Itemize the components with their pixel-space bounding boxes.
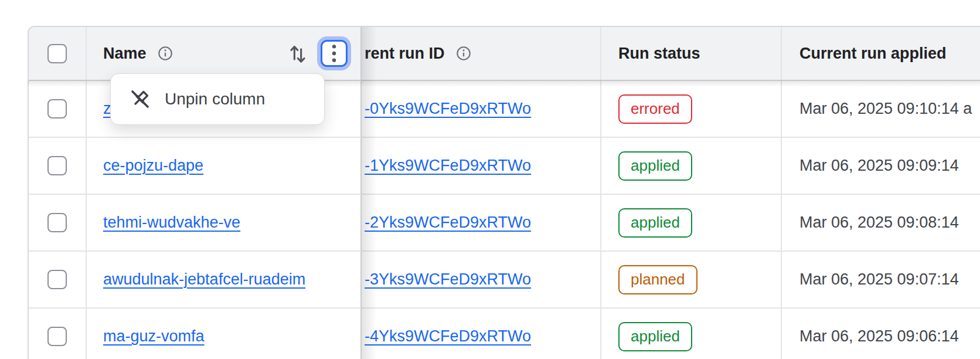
table-row: tehmi-wudvakhe-ve -2Yks9WCFeD9xRTWo appl… [29, 195, 980, 252]
kebab-icon [331, 44, 337, 63]
status-cell: applied [601, 309, 782, 359]
select-all-cell [29, 27, 87, 80]
status-cell: applied [601, 195, 782, 252]
status-cell: applied [601, 138, 782, 195]
status-cell: planned [601, 252, 782, 309]
column-menu-dropdown: Unpin column [110, 73, 325, 125]
applied-cell: Mar 06, 2025 09:07:14 [782, 252, 980, 309]
run-id-cell: -0Yks9WCFeD9xRTWo [362, 81, 601, 138]
run-applied-column-label: Current run applied [799, 45, 947, 63]
workspace-name-link[interactable]: ce-pojzu-dape [103, 157, 203, 175]
run-id-column-label: rent run ID [365, 45, 445, 63]
name-cell: ce-pojzu-dape [87, 138, 362, 195]
run-applied-timestamp: Mar 06, 2025 09:07:14 [799, 270, 959, 289]
name-cell: ma-guz-vomfa [87, 309, 362, 359]
row-checkbox[interactable] [47, 156, 67, 175]
applied-cell: Mar 06, 2025 09:09:14 [782, 138, 980, 195]
run-id-cell: -3Yks9WCFeD9xRTWo [362, 252, 601, 309]
run-id-info-icon[interactable] [455, 45, 472, 62]
run-status-column-label: Run status [618, 45, 700, 63]
run-id-link[interactable]: -2Yks9WCFeD9xRTWo [365, 214, 531, 232]
table-row: ma-guz-vomfa -4Yks9WCFeD9xRTWo applied M… [29, 309, 980, 359]
name-column-header: Name [87, 27, 362, 80]
run-applied-timestamp: Mar 06, 2025 09:10:14 a [799, 100, 972, 118]
workspaces-table-region: Name [0, 0, 980, 359]
row-checkbox[interactable] [47, 213, 67, 232]
run-id-cell: -2Yks9WCFeD9xRTWo [362, 195, 601, 252]
workspace-name-link[interactable]: ma-guz-vomfa [103, 327, 205, 346]
select-all-checkbox[interactable] [47, 44, 67, 63]
run-id-link[interactable]: -3Yks9WCFeD9xRTWo [365, 270, 531, 289]
status-badge: applied [618, 151, 692, 181]
run-applied-timestamp: Mar 06, 2025 09:06:14 [799, 327, 959, 346]
status-badge: planned [618, 265, 697, 294]
name-info-icon[interactable] [157, 45, 173, 62]
applied-cell: Mar 06, 2025 09:10:14 a [782, 81, 980, 138]
table-row: ce-pojzu-dape -1Yks9WCFeD9xRTWo applied … [29, 138, 980, 195]
select-cell [29, 309, 87, 359]
select-cell [29, 195, 87, 252]
run-applied-column-header: Current run applied [782, 27, 980, 80]
unpin-icon [128, 87, 152, 111]
workspace-name-link[interactable]: awudulnak-jebtafcel-ruadeim [103, 270, 305, 289]
run-id-column-header: rent run ID [362, 27, 601, 80]
row-checkbox[interactable] [47, 270, 67, 289]
row-checkbox[interactable] [47, 99, 67, 118]
run-id-link[interactable]: -4Yks9WCFeD9xRTWo [365, 327, 531, 346]
menu-item-unpin-column[interactable]: Unpin column [128, 87, 265, 111]
name-cell: awudulnak-jebtafcel-ruadeim [87, 252, 362, 309]
run-id-link[interactable]: -0Yks9WCFeD9xRTWo [365, 100, 531, 118]
run-id-link[interactable]: -1Yks9WCFeD9xRTWo [365, 157, 531, 175]
run-status-column-header: Run status [601, 27, 782, 80]
name-cell: tehmi-wudvakhe-ve [87, 195, 362, 252]
run-id-cell: -4Yks9WCFeD9xRTWo [362, 309, 601, 359]
applied-cell: Mar 06, 2025 09:08:14 [782, 195, 980, 252]
unpin-column-label: Unpin column [165, 90, 265, 109]
run-applied-timestamp: Mar 06, 2025 09:09:14 [799, 157, 959, 175]
row-checkbox[interactable] [47, 327, 67, 346]
status-badge: applied [618, 322, 692, 351]
run-id-cell: -1Yks9WCFeD9xRTWo [362, 138, 601, 195]
sort-arrows-icon [288, 40, 308, 66]
run-applied-timestamp: Mar 06, 2025 09:08:14 [799, 214, 959, 232]
applied-cell: Mar 06, 2025 09:06:14 [782, 309, 980, 359]
name-column-label: Name [103, 45, 147, 63]
select-cell [29, 138, 87, 195]
column-menu-button[interactable] [321, 40, 348, 67]
sort-column-button[interactable] [288, 40, 308, 66]
select-cell [29, 252, 87, 309]
table-row: awudulnak-jebtafcel-ruadeim -3Yks9WCFeD9… [29, 252, 980, 309]
select-cell [29, 81, 87, 138]
status-badge: errored [618, 94, 692, 124]
status-cell: errored [601, 81, 782, 138]
workspace-name-link[interactable]: tehmi-wudvakhe-ve [103, 214, 240, 232]
status-badge: applied [618, 208, 692, 238]
